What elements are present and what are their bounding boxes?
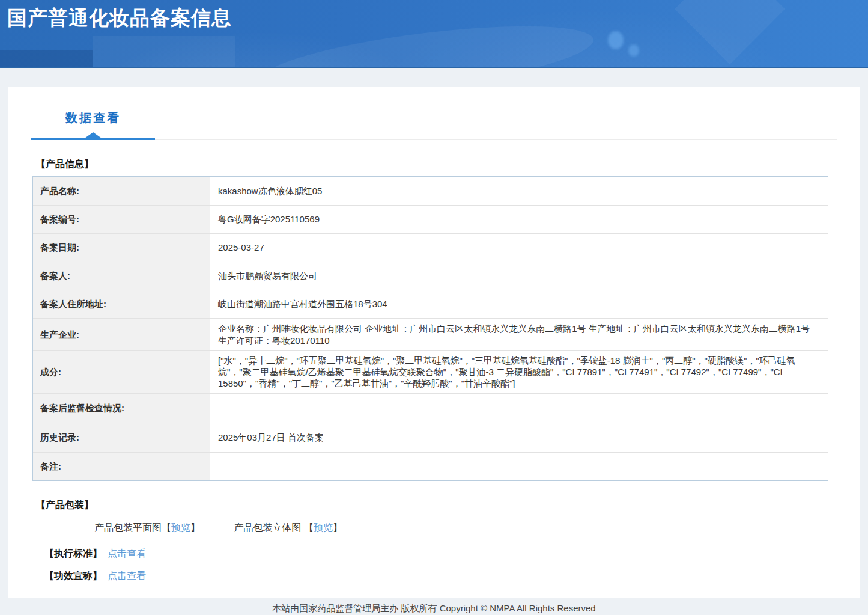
bracket-open: 【 xyxy=(162,522,171,533)
table-row-product-name: 产品名称: kakashow冻色液体腮红05 xyxy=(33,177,828,205)
copyright-text: 本站由国家药品监督管理局主办 版权所有 Copyright © NMPA All… xyxy=(272,603,595,614)
row-value xyxy=(210,453,828,480)
packaging-stereo-preview-link[interactable]: 预览 xyxy=(314,522,333,533)
header-decoration-dot xyxy=(608,31,624,49)
product-info-heading: 【产品信息】 xyxy=(36,158,837,171)
row-value: 粤G妆网备字2025110569 xyxy=(210,206,828,233)
standards-view-link[interactable]: 点击查看 xyxy=(108,548,146,558)
content-card: 数据查看 【产品信息】 产品名称: kakashow冻色液体腮红05 备案编号:… xyxy=(8,87,860,598)
table-row-registration-date: 备案日期: 2025-03-27 xyxy=(33,233,828,262)
tab-bar: 数据查看 xyxy=(8,87,860,140)
row-value: 2025年03月27日 首次备案 xyxy=(210,423,828,452)
table-row-registrant-address: 备案人住所地址: 岐山街道潮汕路中宫村道外围五格18号304 xyxy=(33,290,828,318)
bracket-close: 】 xyxy=(190,522,200,533)
packaging-flat-preview-link[interactable]: 预览 xyxy=(171,522,190,533)
table-row-registration-number: 备案编号: 粤G妆网备字2025110569 xyxy=(33,205,828,233)
table-row-ingredients: 成分: ["水"，"异十二烷"，"环五聚二甲基硅氧烷"，"聚二甲基硅氧烷"，"三… xyxy=(33,350,828,393)
page-header: 国产普通化妆品备案信息 xyxy=(0,0,868,68)
row-value: 汕头市鹏鼎贸易有限公司 xyxy=(210,262,828,290)
product-info-table: 产品名称: kakashow冻色液体腮红05 备案编号: 粤G妆网备字20251… xyxy=(32,176,828,481)
row-label: 备注: xyxy=(33,453,210,480)
row-label: 备案编号: xyxy=(33,206,210,233)
standards-heading: 【执行标准】 xyxy=(44,548,102,558)
page-title: 国产普通化妆品备案信息 xyxy=(0,0,868,32)
row-value: kakashow冻色液体腮红05 xyxy=(210,177,828,205)
efficacy-heading: 【功效宣称】 xyxy=(44,571,102,581)
efficacy-row: 【功效宣称】点击查看 xyxy=(44,570,837,583)
row-label: 生产企业: xyxy=(33,319,210,350)
row-value: 岐山街道潮汕路中宫村道外围五格18号304 xyxy=(210,290,828,318)
table-row-post-registration-inspection: 备案后监督检查情况: xyxy=(33,393,828,423)
packaging-heading: 【产品包装】 xyxy=(36,499,837,512)
header-decoration xyxy=(0,50,93,67)
packaging-stereo-label: 产品包装立体图 xyxy=(234,522,303,533)
table-row-history: 历史记录: 2025年03月27日 首次备案 xyxy=(33,423,828,452)
header-decoration-dot xyxy=(628,44,639,57)
tab-data-view-label: 数据查看 xyxy=(65,111,121,124)
row-value xyxy=(210,394,828,423)
bracket-close: 】 xyxy=(333,522,342,533)
packaging-links-row: 产品包装平面图【预览】 产品包装立体图 【预览】 xyxy=(94,522,837,534)
row-label: 产品名称: xyxy=(33,177,210,205)
row-label: 备案日期: xyxy=(33,234,210,262)
page-footer: 本站由国家药品监督管理局主办 版权所有 Copyright © NMPA All… xyxy=(0,598,868,615)
standards-row: 【执行标准】点击查看 xyxy=(44,548,837,560)
tab-underline xyxy=(31,134,837,140)
packaging-flat-label: 产品包装平面图 xyxy=(94,522,162,533)
row-value: 2025-03-27 xyxy=(210,234,828,262)
row-label: 备案后监督检查情况: xyxy=(33,394,210,423)
table-row-registrant: 备案人: 汕头市鹏鼎贸易有限公司 xyxy=(33,262,828,290)
tab-active-pointer-icon xyxy=(85,132,102,138)
efficacy-view-link[interactable]: 点击查看 xyxy=(108,571,146,581)
packaging-stereo-group: 产品包装立体图 【预览】 xyxy=(234,522,342,533)
table-row-remarks: 备注: xyxy=(33,452,828,480)
bracket-open: 【 xyxy=(304,522,314,533)
tab-data-view[interactable]: 数据查看 xyxy=(31,110,155,126)
row-label: 备案人住所地址: xyxy=(33,290,210,318)
tab-underline-active xyxy=(31,138,155,140)
table-row-manufacturer: 生产企业: 企业名称：广州唯妆化妆品有限公司 企业地址：广州市白云区太和镇永兴龙… xyxy=(33,318,828,350)
row-label: 备案人: xyxy=(33,262,210,290)
row-value: ["水"，"异十二烷"，"环五聚二甲基硅氧烷"，"聚二甲基硅氧烷"，"三甲基硅烷… xyxy=(210,351,828,393)
row-value: 企业名称：广州唯妆化妆品有限公司 企业地址：广州市白云区太和镇永兴龙兴东南二横路… xyxy=(210,319,828,350)
row-label: 历史记录: xyxy=(33,423,210,452)
header-decoration xyxy=(93,36,235,67)
packaging-flat-group: 产品包装平面图【预览】 xyxy=(94,522,202,533)
row-label: 成分: xyxy=(33,351,210,393)
